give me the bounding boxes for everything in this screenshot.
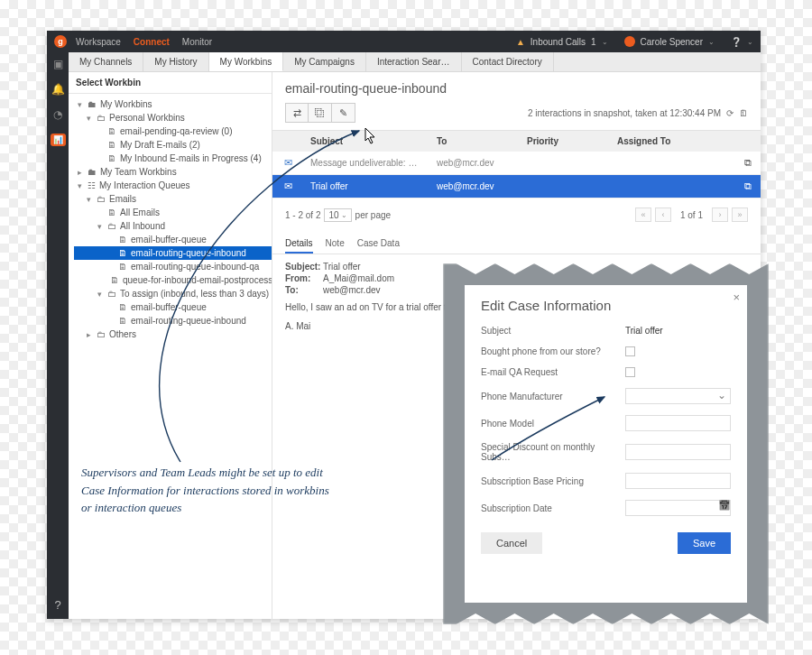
tree-pending-qa[interactable]: 🗎email-pending-qa-review (0) [74, 125, 272, 138]
top-nav: Workspace Connect Monitor [76, 37, 212, 47]
col-assigned[interactable]: Assigned To [610, 131, 735, 152]
tree-personal[interactable]: ▾🗀Personal Workbins [74, 111, 272, 125]
chart-alert-icon[interactable]: 📊 [51, 134, 66, 146]
per-page-label: per page [355, 210, 391, 220]
field-label: Subscription Base Pricing [481, 476, 625, 486]
bell-icon[interactable]: 🔔 [51, 83, 65, 96]
last-page-button[interactable]: » [732, 208, 748, 222]
col-to[interactable]: To [429, 131, 520, 152]
tab-case-data[interactable]: Case Data [357, 235, 400, 254]
tree-postprocessing[interactable]: 🗎queue-for-inbound-email-postprocessing [74, 273, 272, 287]
dashboard-icon[interactable]: ▣ [53, 58, 63, 70]
per-page-select[interactable]: 10⌄ [324, 208, 351, 222]
field-label: Bought phone from our store? [481, 346, 625, 356]
field-label: Phone Model [481, 419, 625, 429]
table-row-selected[interactable]: ✉ Trial offer web@mcr.dev ⧉ [272, 175, 761, 198]
next-page-button[interactable]: › [712, 208, 728, 222]
brand-icon: g [54, 35, 67, 48]
field-label: Phone Manufacturer [481, 392, 625, 401]
avatar [624, 36, 635, 47]
nav-workspace[interactable]: Workspace [76, 37, 121, 47]
tree-all-inbound[interactable]: ▾🗀All Inbound [74, 219, 272, 233]
workbin-sidebar: Select Workbin ▾🖿My Workbins ▾🗀Personal … [69, 72, 272, 619]
tab-my-channels[interactable]: My Channels [69, 52, 143, 71]
pager-range: 1 - 2 of 2 [285, 210, 320, 220]
field-label: E-mail QA Request [481, 367, 625, 377]
edit-button[interactable]: ✎ [332, 103, 355, 123]
detail-tabs: Details Note Case Data [272, 231, 761, 254]
move-button[interactable]: ⇄ [285, 103, 309, 123]
tab-details[interactable]: Details [285, 235, 313, 254]
workbin-tree: ▾🖿My Workbins ▾🗀Personal Workbins 🗎email… [69, 94, 272, 345]
col-priority[interactable]: Priority [520, 131, 610, 152]
tree-in-progress[interactable]: 🗎My Inbound E-mails in Progress (4) [74, 152, 272, 165]
close-icon[interactable]: × [733, 291, 740, 304]
tab-contact-directory[interactable]: Contact Directory [462, 52, 554, 71]
help-icon[interactable]: ? [54, 598, 60, 612]
col-subject[interactable]: Subject [303, 131, 429, 152]
bought-checkbox[interactable] [625, 346, 635, 356]
field-label: Special Discount on monthly Subs… [481, 442, 625, 462]
alert-label[interactable]: Inbound Calls [531, 37, 586, 47]
left-iconbar: ▣ 🔔 ◔ 📊 ? [47, 52, 69, 619]
tree-routing-inbound[interactable]: 🗎email-routing-queue-inbound [74, 246, 272, 260]
prev-page-button[interactable]: ‹ [655, 208, 671, 222]
tree-others[interactable]: ▸🗀Others [74, 328, 272, 341]
tree-buffer-2[interactable]: 🗎email-buffer-queue [74, 300, 272, 314]
tree-routing-2[interactable]: 🗎email-routing-queue-inbound [74, 314, 272, 328]
email-icon: ✉ [284, 180, 292, 191]
tree-drafts[interactable]: 🗎My Draft E-mails (2) [74, 138, 272, 152]
annotation-text: Supervisors and Team Leads might be set … [81, 464, 334, 517]
tab-note[interactable]: Note [326, 235, 345, 254]
discount-input[interactable] [625, 444, 731, 460]
email-icon: ✉ [284, 157, 292, 168]
subject-value: Trial offer [625, 326, 731, 336]
tree-to-assign[interactable]: ▾🗀To assign (inbound, less than 3 days) [74, 287, 272, 300]
tree-buffer[interactable]: 🗎email-buffer-queue [74, 233, 272, 246]
edit-case-dialog: × Edit Case Information SubjectTrial off… [465, 285, 747, 603]
tree-team[interactable]: ▸🖿My Team Workbins [74, 165, 272, 179]
tree-queues[interactable]: ▾☷My Interaction Queues [74, 179, 272, 192]
tab-my-workbins[interactable]: My Workbins [209, 52, 284, 71]
field-label: Subscription Date [481, 503, 625, 513]
field-label: Subject [481, 326, 625, 336]
user-name[interactable]: Carole Spencer [641, 37, 703, 47]
base-pricing-input[interactable] [625, 473, 731, 489]
chevron-down-icon[interactable]: ⌄ [747, 38, 753, 46]
topbar: g Workspace Connect Monitor ▲ Inbound Ca… [47, 31, 761, 52]
sidebar-title: Select Workbin [69, 72, 272, 94]
save-button[interactable]: Save [678, 532, 731, 554]
model-input[interactable] [625, 415, 731, 431]
queue-title: email-routing-queue-inbound [272, 72, 761, 103]
help-icon[interactable]: ❔ [731, 37, 742, 47]
popout-icon[interactable]: ⧉ [744, 180, 752, 191]
tab-interaction-search[interactable]: Interaction Sear… [366, 52, 462, 71]
tree-my-workbins[interactable]: ▾🖿My Workbins [74, 97, 272, 111]
nav-connect[interactable]: Connect [134, 37, 170, 47]
cancel-button[interactable]: Cancel [481, 532, 542, 554]
nav-monitor[interactable]: Monitor [182, 37, 212, 47]
tree-all-emails[interactable]: 🗎All Emails [74, 206, 272, 219]
toolbar: ⇄ ⿻ ✎ 2 interactions in snapshot, taken … [272, 103, 761, 130]
manufacturer-select[interactable] [625, 388, 731, 404]
qa-checkbox[interactable] [625, 367, 635, 377]
table-row[interactable]: ✉ Message undeliverable: F… web@mcr.dev … [272, 152, 761, 175]
main-tabs: My Channels My History My Workbins My Ca… [69, 52, 761, 72]
tree-emails[interactable]: ▾🗀Emails [74, 192, 272, 206]
copy-button[interactable]: ⿻ [309, 103, 332, 123]
first-page-button[interactable]: « [635, 208, 651, 222]
warning-icon: ▲ [516, 37, 525, 47]
date-input[interactable] [625, 500, 731, 516]
pager: 1 - 2 of 2 10⌄ per page « ‹ 1 of 1 › » [272, 198, 761, 231]
tab-my-campaigns[interactable]: My Campaigns [283, 52, 366, 71]
chevron-down-icon[interactable]: ⌄ [602, 38, 608, 46]
stats-icon[interactable]: ◔ [53, 108, 62, 121]
popout-icon[interactable]: ⧉ [744, 157, 752, 168]
refresh-icon[interactable]: ⟳ [726, 108, 734, 118]
tree-routing-qa[interactable]: 🗎email-routing-queue-inbound-qa [74, 260, 272, 273]
chevron-down-icon[interactable]: ⌄ [708, 38, 715, 46]
tab-my-history[interactable]: My History [143, 52, 208, 71]
table-header: Subject To Priority Assigned To [272, 131, 761, 152]
alert-count: 1 [591, 37, 596, 47]
calendar-icon[interactable]: 🗓 [739, 108, 748, 118]
